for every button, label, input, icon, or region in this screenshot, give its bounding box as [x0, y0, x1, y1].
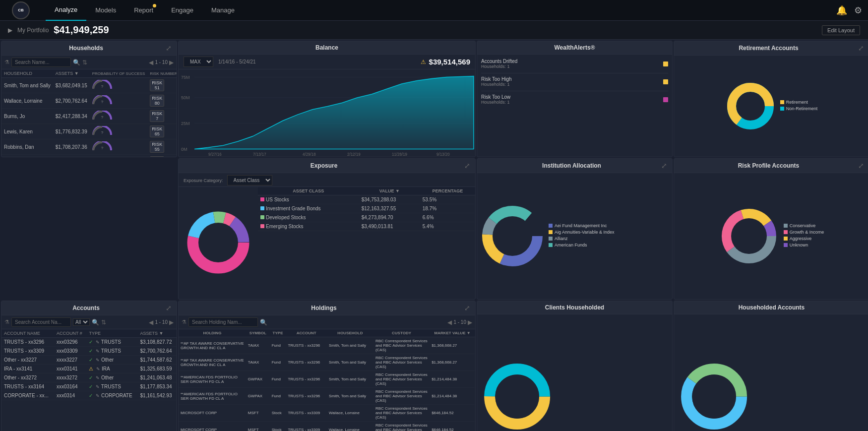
holding-symbol: GWPAX	[246, 371, 270, 388]
holding-symbol: MSFT	[246, 405, 270, 422]
households-table-row[interactable]: Kyle, Selina $1,450,053.90 ? RISK7	[1, 155, 177, 157]
institution-legend-item: Aig Annuities-Variable & Index	[549, 230, 614, 235]
acc-number: xxxx3272	[54, 373, 87, 382]
edit-layout-button[interactable]: Edit Layout	[822, 25, 860, 35]
institution-allocation-title: Institution Allocation	[482, 162, 661, 169]
th-market-value[interactable]: MARKET VALUE ▼	[430, 329, 475, 337]
nav-report[interactable]: Report	[125, 0, 162, 21]
th-account-assets[interactable]: ASSETS ▼	[138, 329, 177, 338]
svg-text:75M: 75M	[181, 74, 190, 79]
hh-assets: $1,776,832.39	[53, 124, 90, 139]
exp-percentage: 6.6%	[420, 213, 475, 222]
holdings-table-row[interactable]: MICROSOFT CORP MSFT Stock TRUSTS - xx330…	[179, 422, 475, 431]
accounts-panel: Accounts ⤢ ⚗ All 🔍 ⇅ ◀ 1 - 10 ▶ ACCOUNT …	[1, 301, 177, 431]
hh-risk: RISK51	[147, 78, 177, 93]
hh-probability: ?	[90, 109, 148, 124]
accounts-sort-icon[interactable]: ⇅	[101, 319, 106, 326]
top-navigation: CB Analyze Models Report Engage Manage 🔔…	[0, 0, 868, 21]
exposure-category-select[interactable]: Asset Class	[227, 175, 272, 185]
portfolio-value: $41,949,259	[54, 24, 109, 36]
institution-legend-item: American Funds	[549, 243, 614, 247]
accounts-title: Accounts	[6, 305, 166, 311]
exposure-table-row: Investment Grade Bonds $12,163,327.55 18…	[258, 204, 475, 213]
accounts-table-row[interactable]: IRA - xx3141 xxx03141 ⚠ ✎ IRA $1,325,683…	[1, 365, 177, 373]
institution-legend-item: Allianz	[549, 236, 614, 241]
accounts-table-row[interactable]: Other - xx3272 xxxx3272 ✓ ✎ Other $1,241…	[1, 373, 177, 382]
accounts-search-icon[interactable]: 🔍	[92, 319, 99, 326]
logo: CB	[6, 3, 36, 18]
retirement-legend-item: Non-Retirement	[780, 106, 818, 111]
households-expand-icon[interactable]: ⤢	[166, 44, 172, 52]
households-table-row[interactable]: Robbins, Dan $1,708,207.36 ? RISK55	[1, 139, 177, 155]
hh-assets: $1,450,053.90	[53, 155, 90, 157]
accounts-table-row[interactable]: Other - xx3227 xxxx3227 ✓ ✎ Other $1,744…	[1, 356, 177, 365]
accounts-table-row[interactable]: TRUSTS - xx3164 xxx03164 ✓ ✎ TRUSTS $1,1…	[1, 382, 177, 391]
households-search-input[interactable]	[11, 58, 71, 67]
holdings-prev-btn[interactable]: ◀	[447, 319, 452, 326]
holdings-table-row[interactable]: **AMERICAN FDS PORTFOLIO SER GROWTH FD C…	[179, 371, 475, 388]
balance-period-select[interactable]: MAX	[184, 57, 213, 67]
holdings-table-row[interactable]: **AF TAX AWARE CONSERVATIVE GROWTH AND I…	[179, 337, 475, 354]
risk-profile-panel: Risk Profile Accounts ⤢ ConservativeGrow…	[674, 158, 868, 300]
households-toolbar: ⚗ 🔍 ⇅ ◀ 1 - 10 ▶	[1, 56, 177, 69]
settings-icon[interactable]: ⚙	[854, 5, 862, 16]
wealthalerts-content: Accounts Drifted Households: 1 Risk Too …	[477, 55, 672, 113]
clients-householded-chart	[477, 314, 672, 431]
nav-analyze[interactable]: Analyze	[46, 0, 86, 21]
households-filter-icon[interactable]: ⚗	[4, 59, 9, 65]
th-value[interactable]: VALUE ▼	[359, 187, 420, 195]
holdings-table: HOLDING SYMBOL TYPE ACCOUNT HOUSEHOLD CU…	[179, 329, 475, 431]
exposure-table: ASSET CLASS VALUE ▼ PERCENTAGE US Stocks…	[258, 187, 475, 231]
exp-asset-class: Emerging Stocks	[258, 222, 359, 231]
acc-assets: $1,744,587.62	[138, 356, 177, 365]
households-sort-icon[interactable]: ⇅	[82, 59, 87, 66]
acc-assets: $1,177,853.34	[138, 382, 177, 391]
nav-engage[interactable]: Engage	[162, 0, 202, 21]
households-table-row[interactable]: Lewis, Karen $1,776,832.39 ? RISK65	[1, 124, 177, 139]
households-next-btn[interactable]: ▶	[169, 59, 174, 66]
accounts-filter-icon[interactable]: ⚗	[4, 319, 9, 325]
accounts-expand-icon[interactable]: ⤢	[166, 304, 172, 312]
households-table-row[interactable]: Smith, Tom and Sally $3,682,049.15 ? RIS…	[1, 78, 177, 93]
bell-icon[interactable]: 🔔	[836, 5, 847, 16]
th-custody: CUSTODY	[373, 329, 430, 337]
holding-account: TRUSTS - xx3296	[286, 388, 327, 405]
holdings-filter-icon[interactable]: ⚗	[182, 319, 186, 325]
holdings-table-row[interactable]: MICROSOFT CORP MSFT Stock TRUSTS - xx330…	[179, 405, 475, 422]
households-prev-btn[interactable]: ◀	[149, 59, 153, 66]
th-assets[interactable]: ASSETS ▼	[53, 69, 90, 78]
accounts-prev-btn[interactable]: ◀	[149, 319, 153, 326]
accounts-table-row[interactable]: CORPORATE - xx... xxx0314 ✓ ✎ CORPORATE …	[1, 391, 177, 400]
households-table-row[interactable]: Wallace, Lorraine $2,700,762.64 ? RISK80	[1, 93, 177, 109]
nav-models[interactable]: Models	[86, 0, 125, 21]
holdings-table-container: HOLDING SYMBOL TYPE ACCOUNT HOUSEHOLD CU…	[179, 329, 475, 431]
households-header: Households ⤢	[1, 41, 177, 56]
accounts-type-select[interactable]: All	[73, 318, 90, 326]
balance-panel: Balance MAX 1/14/16 - 5/24/21 ⚠ $39,514,…	[178, 41, 476, 157]
risk-profile-expand-icon[interactable]: ⤢	[858, 162, 864, 170]
hh-name: Robbins, Dan	[1, 139, 53, 155]
accounts-search-input[interactable]	[11, 317, 71, 327]
institution-allocation-expand-icon[interactable]: ⤢	[661, 162, 667, 170]
holdings-next-btn[interactable]: ▶	[468, 319, 472, 326]
acc-assets: $1,325,683.59	[138, 365, 177, 373]
accounts-table-row[interactable]: TRUSTS - xx3309 xxx03309 ✓ ✎ TRUSTS $2,7…	[1, 347, 177, 356]
nav-manage[interactable]: Manage	[202, 0, 244, 21]
holdings-search-input[interactable]	[188, 317, 258, 327]
retirement-expand-icon[interactable]: ⤢	[858, 44, 864, 52]
holdings-search-icon[interactable]: 🔍	[260, 319, 267, 326]
main-nav: Analyze Models Report Engage Manage	[46, 0, 244, 21]
accounts-next-btn[interactable]: ▶	[169, 319, 174, 326]
households-table-row[interactable]: Burns, Jo $2,417,288.34 ? RISK7	[1, 109, 177, 124]
acc-type: ✓ ✎ TRUSTS	[86, 347, 137, 356]
holding-type: Fund	[270, 337, 286, 354]
risk-profile-donut-chart	[719, 206, 779, 266]
exp-percentage: 18.7%	[420, 204, 475, 213]
households-search-icon[interactable]: 🔍	[73, 59, 80, 66]
holdings-table-row[interactable]: **AMERICAN FDS PORTFOLIO SER GROWTH FD C…	[179, 388, 475, 405]
accounts-table-row[interactable]: TRUSTS - xx3296 xxx03296 ✓ ✎ TRUSTS $3,1…	[1, 338, 177, 347]
holdings-expand-icon[interactable]: ⤢	[464, 304, 470, 312]
hh-risk: RISK80	[147, 93, 177, 109]
exposure-expand-icon[interactable]: ⤢	[464, 162, 470, 170]
holdings-table-row[interactable]: **AF TAX AWARE CONSERVATIVE GROWTH AND I…	[179, 354, 475, 371]
